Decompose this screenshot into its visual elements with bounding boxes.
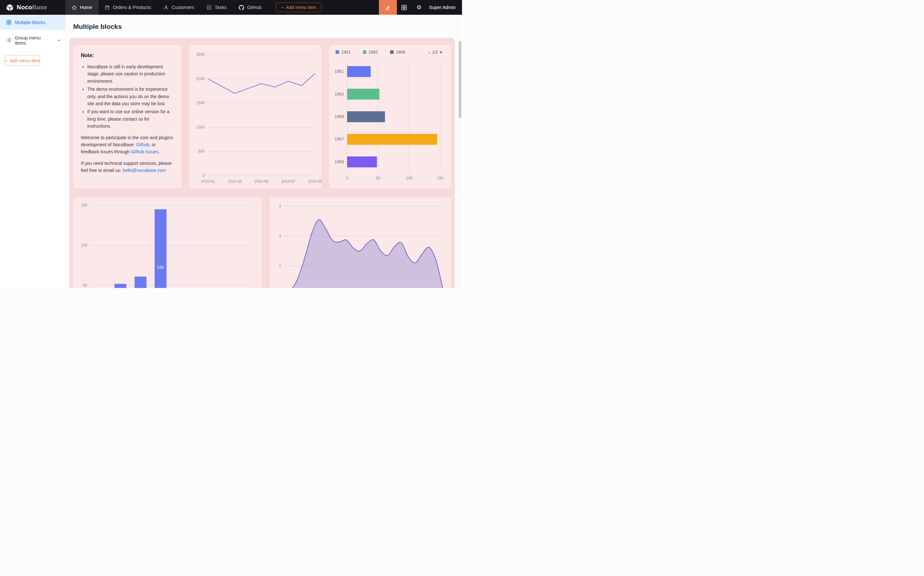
main-content: Multiple blocks Note: NocoBase is still … — [66, 15, 458, 288]
legend-label: 1951 — [341, 50, 351, 54]
header-add-menu-item-button[interactable]: + Add menu item — [276, 3, 321, 12]
horizontal-bar-chart-block: 195119521956 ▲ 1/2 ▼ 0501001501951195219… — [329, 45, 451, 189]
sidebar: Multiple blocks Group menu items + Add m… — [0, 15, 66, 288]
svg-text:50: 50 — [376, 176, 381, 181]
svg-text:1958: 1958 — [335, 159, 344, 164]
svg-text:2010-09: 2010-09 — [308, 179, 322, 184]
note-text: . — [158, 149, 159, 154]
gear-icon: ⚙ — [416, 4, 421, 11]
header-right-cluster: ⚙ Super Admin — [379, 0, 462, 15]
note-bullet: The demo environment is for experience o… — [87, 86, 174, 107]
nav-item-label: Orders & Products — [113, 5, 151, 10]
legend-page-up-icon[interactable]: ▲ — [428, 50, 431, 54]
list-icon — [6, 38, 11, 43]
note-title: Note: — [81, 53, 174, 58]
nocobase-logo: NocoBase — [0, 0, 66, 15]
github-icon — [239, 5, 244, 10]
email-link[interactable]: hello@nocobase.com — [123, 168, 166, 173]
github-issues-link[interactable]: Github Issues — [131, 149, 159, 154]
svg-text:1952: 1952 — [335, 92, 344, 96]
sidebar-item-label: Multiple blocks — [15, 20, 45, 25]
svg-text:1956: 1956 — [335, 114, 344, 119]
legend-pager: ▲ 1/2 ▼ — [428, 50, 443, 54]
grid-blocks-icon — [6, 20, 11, 25]
svg-text:500: 500 — [198, 149, 205, 154]
sidebar-item-multiple-blocks[interactable]: Multiple blocks — [0, 15, 65, 30]
svg-text:2010-05: 2010-05 — [255, 179, 269, 184]
tasks-check-icon — [206, 5, 212, 10]
svg-text:1957: 1957 — [335, 137, 344, 141]
note-paragraph-1: Welcome to participate in the core and p… — [81, 134, 174, 155]
vertical-bar-chart-block: 50100150145 — [73, 197, 262, 288]
settings-gear-button[interactable]: ⚙ — [412, 0, 426, 15]
add-menu-item-label: Add menu item — [286, 5, 316, 10]
highlighter-pen-icon — [385, 5, 391, 11]
top-header: NocoBase Home Orders & Products Customer… — [0, 0, 462, 15]
svg-text:2010-07: 2010-07 — [281, 179, 295, 184]
nav-item-orders-products[interactable]: Orders & Products — [98, 0, 157, 15]
legend-swatch — [336, 50, 339, 54]
svg-text:0: 0 — [346, 176, 348, 181]
user-label: Super Admin — [429, 5, 456, 10]
app-root: NocoBase Home Orders & Products Customer… — [0, 0, 462, 288]
svg-text:2010-01: 2010-01 — [201, 179, 215, 184]
nav-item-label: Customers — [171, 5, 194, 10]
nav-item-label: GitHub — [247, 5, 261, 10]
note-text: Welcome to participate in the core and p… — [81, 135, 173, 147]
vertical-scrollbar-track[interactable] — [458, 15, 462, 288]
ui-designer-button[interactable] — [379, 0, 397, 15]
github-link[interactable]: Github — [136, 142, 149, 147]
svg-text:4: 4 — [279, 204, 281, 208]
vertical-scrollbar-thumb[interactable] — [459, 41, 461, 118]
svg-text:2500: 2500 — [196, 52, 205, 57]
line-chart: 050010001500200025002010-012010-032010-0… — [189, 45, 322, 189]
nav-item-tasks[interactable]: Tasks — [200, 0, 232, 15]
svg-text:145: 145 — [157, 265, 164, 270]
svg-text:2: 2 — [279, 264, 281, 268]
page-title: Multiple blocks — [73, 23, 458, 30]
plugins-grid-button[interactable] — [397, 0, 412, 15]
markdown-note-block: Note: NocoBase is still in early develop… — [73, 45, 182, 189]
svg-text:50: 50 — [83, 283, 88, 288]
sidebar-item-group-menu-items[interactable]: Group menu items — [0, 33, 65, 48]
svg-text:2000: 2000 — [196, 77, 205, 81]
cube-logo-icon — [6, 3, 14, 11]
chevron-down-icon — [57, 38, 61, 42]
legend-label: 1956 — [396, 50, 405, 54]
nav-item-customers[interactable]: Customers — [157, 0, 200, 15]
blocks-row-2: 50100150145 234 — [73, 197, 451, 288]
note-bullet: If you want to use our online version fo… — [87, 108, 174, 130]
svg-text:1951: 1951 — [335, 69, 344, 74]
hbar-chart-legend: 195119521956 ▲ 1/2 ▼ — [336, 50, 443, 54]
svg-text:150: 150 — [81, 203, 87, 208]
legend-item[interactable]: 1952 — [363, 50, 378, 54]
note-bullet: NocoBase is still in early development s… — [87, 63, 174, 85]
line-chart-block: 050010001500200025002010-012010-032010-0… — [189, 45, 322, 189]
svg-text:0: 0 — [202, 173, 205, 178]
nav-item-github[interactable]: GitHub — [232, 0, 267, 15]
blocks-panel: Note: NocoBase is still in early develop… — [69, 38, 455, 288]
legend-pager-text: 1/2 — [432, 50, 438, 54]
note-paragraph-2: If you need technical support services, … — [81, 160, 174, 174]
plus-icon: + — [5, 58, 7, 63]
customers-person-icon — [163, 5, 169, 10]
sidebar-add-menu-item-button[interactable]: + Add menu item — [5, 56, 40, 66]
svg-text:1500: 1500 — [196, 101, 205, 105]
add-menu-item-label: Add menu item — [10, 58, 40, 63]
nav-item-home[interactable]: Home — [66, 0, 98, 15]
user-menu[interactable]: Super Admin — [426, 0, 462, 15]
orders-box-icon — [104, 5, 110, 10]
legend-item[interactable]: 1951 — [336, 50, 351, 54]
sidebar-item-label: Group menu items — [15, 35, 52, 46]
vbar-chart: 50100150145 — [73, 197, 262, 288]
legend-swatch — [390, 50, 394, 54]
hbar-legend-items: 195119521956 — [336, 50, 405, 54]
brand-noco: Noco — [17, 4, 32, 11]
brand-text: NocoBase — [17, 4, 47, 11]
legend-item[interactable]: 1956 — [390, 50, 405, 54]
legend-page-down-icon[interactable]: ▼ — [439, 50, 443, 54]
svg-text:100: 100 — [406, 176, 412, 181]
svg-text:2010-03: 2010-03 — [227, 179, 242, 184]
page-header: Multiple blocks — [66, 15, 458, 38]
svg-text:150: 150 — [437, 176, 444, 181]
